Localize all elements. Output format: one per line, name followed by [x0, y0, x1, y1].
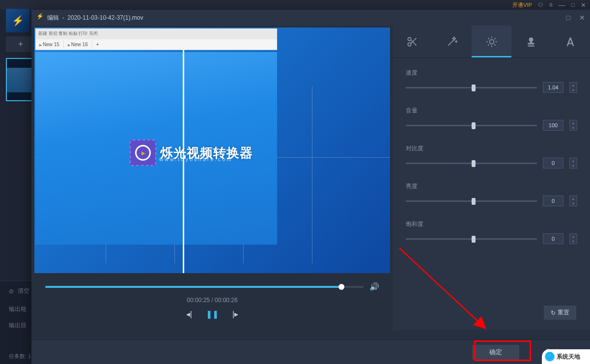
volume-slider[interactable] — [406, 125, 537, 126]
app-logo — [6, 9, 29, 32]
speed-spinner[interactable]: ▲▼ — [569, 82, 577, 93]
volume-spinner[interactable]: ▲▼ — [569, 120, 577, 131]
adjust-sliders: 速度 1.04 ▲▼ 音量 100 ▲▼ 对比度 — [393, 58, 590, 330]
bg-close-icon[interactable]: ✕ — [581, 1, 586, 9]
contrast-spinner[interactable]: ▲▼ — [569, 158, 577, 168]
svg-line-10 — [488, 38, 489, 39]
output-dir-label: 输出目 — [9, 321, 27, 330]
bg-minimize-icon[interactable]: — — [559, 1, 565, 9]
preview-pane: 新建 剪切 复制 粘贴 打印 关闭 New 15 New 16 + 烁光视频 — [31, 26, 393, 330]
clear-icon[interactable]: ⊘ — [9, 288, 14, 295]
mock-tab-2: New 16 — [64, 40, 92, 49]
vip-link[interactable]: 开通VIP — [512, 1, 532, 9]
saturation-value[interactable]: 0 — [543, 233, 563, 244]
svg-line-13 — [494, 38, 495, 39]
prev-frame-button[interactable]: ◂| — [186, 309, 192, 319]
ok-button[interactable]: 确定 — [472, 345, 519, 360]
tab-watermark[interactable] — [511, 26, 551, 57]
mock-tab-add: + — [92, 40, 103, 49]
slider-speed: 速度 1.04 ▲▼ — [406, 69, 577, 93]
bg-topbar: 开通VIP ⚇ ≡ — □ ✕ — [0, 0, 590, 10]
menu-icon[interactable]: ≡ — [549, 1, 553, 8]
chevron-up-icon: ▲ — [570, 83, 577, 87]
tool-tabs — [393, 26, 590, 58]
dialog-maximize-icon[interactable]: □ — [566, 14, 570, 22]
tab-text[interactable] — [551, 26, 590, 57]
reset-button[interactable]: 重置 — [544, 306, 576, 320]
scissors-icon — [406, 35, 419, 48]
dialog-close-icon[interactable]: ✕ — [579, 14, 585, 22]
saturation-slider[interactable] — [406, 238, 537, 240]
svg-line-12 — [488, 44, 489, 45]
mock-window-header: 新建 剪切 复制 粘贴 打印 关闭 — [35, 28, 277, 39]
timeline-slider[interactable]: 🔊 — [45, 286, 364, 288]
playback-controls: ◂| ❚❚ |▸ — [41, 309, 383, 323]
settings-pane: 速度 1.04 ▲▼ 音量 100 ▲▼ 对比度 — [393, 26, 590, 330]
stamp-icon — [525, 35, 537, 48]
tab-adjust[interactable] — [472, 26, 511, 57]
timeline-thumb[interactable] — [338, 284, 344, 290]
brightness-icon — [485, 35, 498, 48]
tab-trim[interactable] — [393, 26, 432, 57]
contrast-value[interactable]: 0 — [543, 158, 563, 168]
next-frame-button[interactable]: |▸ — [232, 309, 238, 319]
mock-desktop: 新建 剪切 复制 粘贴 打印 关闭 New 15 New 16 + 烁光视频 — [34, 28, 390, 273]
slider-saturation: 饱和度 0 ▲▼ — [406, 220, 577, 244]
mock-tab-1: New 15 — [35, 40, 64, 49]
brightness-spinner[interactable]: ▲▼ — [569, 196, 577, 206]
chevron-down-icon: ▼ — [570, 87, 577, 92]
saturation-spinner[interactable]: ▲▼ — [569, 233, 577, 244]
text-icon — [564, 35, 577, 48]
slider-volume: 音量 100 ▲▼ — [406, 107, 577, 131]
bg-maximize-icon[interactable]: □ — [571, 1, 575, 8]
dialog-footer: 确定 取消 — [31, 339, 590, 364]
mock-tabs: New 15 New 16 + — [35, 39, 277, 50]
speed-value[interactable]: 1.04 — [543, 82, 563, 93]
dialog-titlebar[interactable]: 编辑 - 2020-11-03-10-42-37(1).mov □ ✕ — [31, 10, 590, 26]
svg-line-11 — [494, 44, 495, 45]
dialog-title: 编辑 - 2020-11-03-10-42-37(1).mov — [47, 14, 143, 22]
svg-point-5 — [489, 39, 494, 44]
timeline-area: 🔊 00:00:25 / 00:00:26 ◂| ❚❚ |▸ — [34, 273, 390, 323]
add-button[interactable]: + — [6, 36, 35, 52]
clear-label[interactable]: 清空 — [18, 287, 29, 295]
video-thumbnail[interactable] — [6, 58, 35, 101]
pause-button[interactable]: ❚❚ — [206, 309, 219, 319]
output-format-label: 输出格 — [9, 305, 27, 313]
globe-icon — [545, 352, 555, 362]
slider-contrast: 对比度 0 ▲▼ — [406, 144, 577, 168]
watermark-overlay: 烁光视频转换器 www.toyoshare.com — [130, 140, 253, 166]
tab-effects[interactable] — [432, 26, 472, 57]
volume-icon[interactable]: 🔊 — [369, 282, 379, 291]
contrast-slider[interactable] — [406, 163, 537, 164]
brightness-value[interactable]: 0 — [543, 196, 563, 206]
site-watermark: 系统天地 — [542, 349, 590, 364]
slider-brightness: 亮度 0 ▲▼ — [406, 182, 577, 206]
watermark-icon — [130, 140, 156, 166]
time-display: 00:00:25 / 00:00:26 — [41, 297, 383, 304]
brightness-slider[interactable] — [406, 200, 537, 202]
watermark-url: www.toyoshare.com — [159, 156, 232, 162]
speed-slider[interactable] — [406, 87, 537, 88]
video-preview[interactable]: 新建 剪切 复制 粘贴 打印 关闭 New 15 New 16 + 烁光视频 — [34, 28, 390, 273]
user-icon[interactable]: ⚇ — [538, 1, 543, 8]
editor-dialog: 编辑 - 2020-11-03-10-42-37(1).mov □ ✕ 新建 剪… — [31, 10, 590, 364]
volume-value[interactable]: 100 — [543, 120, 563, 131]
wand-icon — [446, 35, 458, 48]
dialog-logo-icon — [36, 14, 44, 22]
